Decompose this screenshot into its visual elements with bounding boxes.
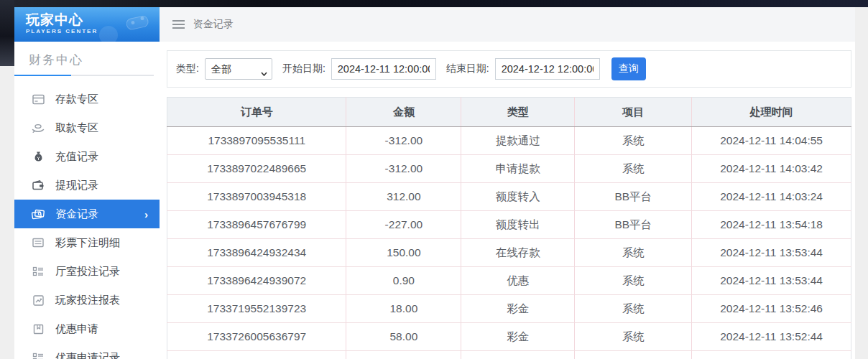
- type-cell: 在线存款: [461, 239, 575, 267]
- sidebar-item-withdraw-zone[interactable]: 取款专区: [14, 113, 160, 142]
- process-time-cell: 2024-12-11 14:04:55: [692, 127, 851, 155]
- column-header-process-time: 处理时间: [692, 98, 851, 127]
- process-time-cell: 2024-12-11 13:52:44: [692, 323, 851, 351]
- start-date-input[interactable]: [331, 58, 436, 80]
- order-no-cell: 1733896424932434: [167, 239, 346, 267]
- sidebar-item-player-bet-report[interactable]: 玩家投注报表: [14, 286, 160, 314]
- end-date-input[interactable]: [495, 58, 600, 80]
- chevron-right-icon: ›: [144, 208, 148, 220]
- order-no-cell: 1733897022489665: [167, 155, 346, 183]
- table-row: 1733897003945318 312.00 额度转入 BB平台 2024-1…: [167, 183, 851, 211]
- bet-report-chart-icon: [32, 294, 45, 307]
- sidebar-item-promo-apply-records[interactable]: 优惠申请记录: [14, 343, 160, 359]
- sidebar: 玩家中心 PLAYERS CENTER 财务中心 存款专区: [14, 7, 160, 359]
- order-no-cell: 1733726005636797: [167, 323, 346, 351]
- sidebar-section-title: 财务中心: [29, 52, 160, 68]
- amount-cell: 58.00: [346, 323, 461, 351]
- withdraw-wallet-icon: [32, 179, 45, 192]
- brand-header: 玩家中心 PLAYERS CENTER: [14, 7, 160, 42]
- brand-circle-decoration: [99, 26, 118, 42]
- left-backdrop-band: [0, 0, 14, 66]
- column-header-order-no: 订单号: [167, 98, 346, 127]
- search-button[interactable]: 查询: [611, 57, 646, 80]
- table-row: 1733719552139723 18.00 彩金 系统 2024-12-11 …: [167, 295, 851, 323]
- sidebar-item-label: 玩家投注报表: [55, 294, 120, 307]
- project-cell: 系统: [575, 295, 692, 323]
- amount-cell: 312.00: [346, 183, 461, 211]
- type-cell: 额度转出: [461, 211, 575, 239]
- page-title: 资金记录: [193, 18, 234, 31]
- sidebar-item-label: 彩票下注明细: [55, 236, 120, 250]
- process-time-cell: 2024-12-11 13:53:44: [692, 239, 851, 267]
- hall-bet-list-icon: [32, 265, 45, 278]
- table-row-partial: [167, 351, 851, 359]
- main-content: 资金记录 类型: 全部 开始日期: 结束日期: 查询 订单号 金额 类型: [160, 7, 855, 359]
- amount-cell: -227.00: [346, 211, 461, 239]
- project-cell: 系统: [575, 323, 692, 351]
- sidebar-item-label: 提现记录: [55, 179, 98, 192]
- sidebar-item-label: 厅室投注记录: [55, 265, 120, 279]
- sidebar-item-hall-bet-records[interactable]: 厅室投注记录: [14, 257, 160, 286]
- sidebar-item-promo-apply[interactable]: 优惠申请: [14, 314, 160, 343]
- deposit-card-icon: [32, 93, 45, 106]
- sidebar-item-withdraw-records[interactable]: 提现记录: [14, 171, 160, 200]
- promo-records-icon: [32, 351, 45, 359]
- type-cell: 彩金: [461, 323, 575, 351]
- table-header-row: 订单号 金额 类型 项目 处理时间: [167, 98, 851, 127]
- process-time-cell: 2024-12-11 13:53:44: [692, 267, 851, 295]
- project-cell: 系统: [575, 155, 692, 183]
- type-select[interactable]: 全部: [205, 58, 272, 80]
- type-cell: 申请提款: [461, 155, 575, 183]
- sidebar-item-label: 取款专区: [55, 121, 98, 135]
- fund-records-table: 订单号 金额 类型 项目 处理时间 1733897095535111 -312.…: [167, 97, 851, 359]
- column-header-amount: 金额: [346, 98, 461, 127]
- project-cell: 系统: [575, 267, 692, 295]
- project-cell: 系统: [575, 127, 692, 155]
- sidebar-item-label: 优惠申请: [55, 322, 98, 336]
- end-date-label: 结束日期:: [446, 62, 489, 75]
- breadcrumb: 资金记录: [160, 7, 855, 42]
- project-cell: BB平台: [575, 211, 692, 239]
- funds-coins-icon: [32, 208, 45, 220]
- column-header-type: 类型: [461, 98, 575, 127]
- table-row: 1733896424932434 150.00 在线存款 系统 2024-12-…: [167, 239, 851, 267]
- sidebar-item-fund-records[interactable]: 资金记录 ›: [14, 200, 160, 228]
- sidebar-item-label: 资金记录: [55, 208, 98, 221]
- sidebar-item-label: 存款专区: [55, 93, 98, 106]
- order-no-cell: 1733897095535111: [167, 127, 346, 155]
- hamburger-menu-icon[interactable]: [172, 18, 185, 31]
- amount-cell: 150.00: [346, 239, 461, 267]
- table-row: 1733896457676799 -227.00 额度转出 BB平台 2024-…: [167, 211, 851, 239]
- recharge-moneybag-icon: [32, 150, 45, 163]
- project-cell: 系统: [575, 239, 692, 267]
- section-divider: [14, 75, 154, 76]
- table-row: 1733897095535111 -312.00 提款通过 系统 2024-12…: [167, 127, 851, 155]
- process-time-cell: 2024-12-11 13:54:18: [692, 211, 851, 239]
- process-time-cell: 2024-12-11 13:52:46: [692, 295, 851, 323]
- sidebar-section-header: 财务中心: [14, 42, 160, 68]
- sidebar-item-recharge-records[interactable]: 充值记录: [14, 142, 160, 171]
- gamepad-icon: [124, 11, 152, 36]
- sidebar-item-lottery-bet-details[interactable]: 彩票下注明细: [14, 228, 160, 257]
- lottery-list-icon: [32, 236, 45, 249]
- sidebar-item-deposit-zone[interactable]: 存款专区: [14, 85, 160, 113]
- amount-cell: 0.90: [346, 267, 461, 295]
- order-no-cell: 1733896457676799: [167, 211, 346, 239]
- amount-cell: -312.00: [346, 155, 461, 183]
- sidebar-menu: 存款专区 取款专区 充值记录: [14, 85, 160, 359]
- table-row: 1733726005636797 58.00 彩金 系统 2024-12-11 …: [167, 323, 851, 351]
- type-label: 类型:: [176, 62, 199, 75]
- top-backdrop-band: [0, 0, 868, 7]
- sidebar-item-label: 优惠申请记录: [55, 351, 120, 359]
- table-row: 1733897022489665 -312.00 申请提款 系统 2024-12…: [167, 155, 851, 183]
- column-header-project: 项目: [575, 98, 692, 127]
- filter-bar: 类型: 全部 开始日期: 结束日期: 查询: [167, 50, 851, 88]
- sidebar-item-label: 充值记录: [55, 150, 98, 164]
- order-no-cell: 1733897003945318: [167, 183, 346, 211]
- promo-apply-icon: [32, 322, 45, 335]
- order-no-cell: 1733719552139723: [167, 295, 346, 323]
- project-cell: BB平台: [575, 183, 692, 211]
- amount-cell: 18.00: [346, 295, 461, 323]
- start-date-label: 开始日期:: [282, 62, 326, 75]
- amount-cell: -312.00: [346, 127, 461, 155]
